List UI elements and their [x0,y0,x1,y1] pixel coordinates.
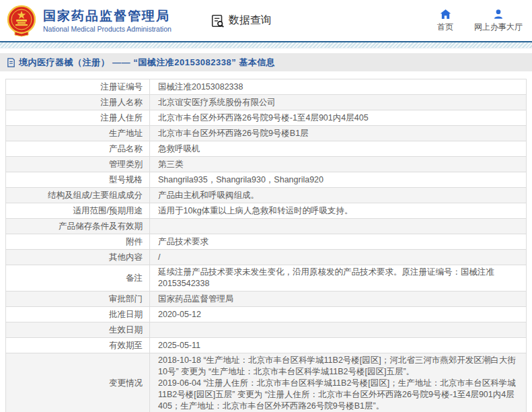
table-row: 产品名称急救呼吸机 [6,141,526,157]
table-row: 型号规格Shangrila935，Shangrila930，Shangrila9… [6,172,526,188]
national-emblem-logo [5,5,38,37]
row-label-cell: 结构及组成/主要组成成分 [6,188,150,203]
row-value: 国械注准20153082338 [158,81,519,93]
row-value: 延续注册产品技术要求未发生变化，沿用原核发的产品技术要求。原注册证编号：国械注准… [158,267,519,289]
nav-item-service-hall[interactable]: 网上办事大厅 [474,9,523,33]
row-label-cell: 注册人住所 [6,110,150,125]
row-value: 2020-05-12 [158,309,519,320]
row-value-line: 2019-06-04 “注册人住所：北京市丰台区科学城11B2号楼[园区]；生产… [158,378,519,412]
row-label: 型号规格 [109,174,143,186]
row-value: 北京谊安医疗系统股份有限公司 [158,97,519,108]
nav-item-home[interactable]: 首页 [434,9,457,33]
site-title-en: National Medical Products Administration [43,24,172,34]
row-label: 注册人住所 [101,112,143,124]
row-value-cell: 产品由主机和呼吸阀组成。 [150,188,526,203]
data-query-label: 数据查询 [229,13,272,28]
row-label: 适用范围/预期用途 [73,205,143,217]
row-value-line: 2018-10-18 “生产地址：北京市丰台区科学城11B2号楼[园区]；河北省… [158,355,519,378]
nav-item-label: 首页 [437,22,453,33]
table-row: 注册人住所北京市丰台区外环西路26号院9号楼-1至4层901内4层405 [6,110,526,126]
nav-item-label: 网上办事大厅 [474,22,523,33]
row-label: 有效期至 [109,340,143,351]
row-value-cell: 2025-05-11 [150,338,526,353]
row-label-cell: 变更情况 [6,353,150,412]
row-value: Shangrila935，Shangrila930，Shangrila920 [158,174,519,186]
row-value-cell: 北京市丰台区外环西路26号院9号楼B1层 [150,126,526,141]
row-value: 适用于10kg体重以上病人急救和转运时的呼吸支持。 [158,205,519,217]
table-row: 变更情况2018-10-18 “生产地址：北京市丰台区科学城11B2号楼[园区]… [6,353,526,412]
row-value-cell: / [150,250,526,265]
row-label: 产品储存条件及有效期 [59,221,143,232]
row-label-cell: 产品储存条件及有效期 [6,219,150,234]
top-nav: 首页 网上办事大厅 [434,9,523,33]
row-value: 国家药品监督管理局 [158,294,519,305]
row-label: 结构及组成/主要组成成分 [48,190,143,201]
table-row: 有效期至2025-05-11 [6,338,526,353]
row-label: 注册人名称 [101,97,143,108]
home-icon [440,9,451,20]
row-label-cell: 适用范围/预期用途 [6,203,150,218]
page-title: 境内医疗器械（注册） —— “国械注准20153082338” 基本信息 [19,57,275,69]
row-value-cell: 国家药品监督管理局 [150,291,526,306]
table-row: 备注延续注册产品技术要求未发生变化，沿用原核发的产品技术要求。原注册证编号：国械… [6,265,526,291]
row-label-cell: 其他内容 [6,250,150,265]
row-label-cell: 型号规格 [6,172,150,187]
header: 国家药品监督管理局 National Medical Products Admi… [0,0,532,42]
table-row: 生效日期 [6,322,526,338]
row-value-cell: 产品技术要求 [150,234,526,249]
table-row: 注册证编号国械注准20153082338 [6,79,526,95]
row-value-cell: 北京谊安医疗系统股份有限公司 [150,95,526,110]
site-title-cn: 国家药品监督管理局 [43,8,172,24]
row-label-cell: 注册证编号 [6,79,150,94]
row-value-cell: 第三类 [150,157,526,172]
row-value-cell: 2020-05-12 [150,307,526,322]
row-value: 2025-05-11 [158,340,519,351]
data-query-nav[interactable]: 数据查询 [211,13,272,28]
row-label: 管理类别 [109,159,143,170]
row-label-cell: 生产地址 [6,126,150,141]
row-value: 产品技术要求 [158,236,519,248]
row-label-cell: 管理类别 [6,157,150,172]
table-row: 结构及组成/主要组成成分产品由主机和呼吸阀组成。 [6,188,526,203]
row-label: 生产地址 [109,128,143,139]
document-icon [7,58,15,67]
table-row: 生产地址北京市丰台区外环西路26号院9号楼B1层 [6,126,526,141]
row-label-cell: 批准日期 [6,307,150,322]
row-value-cell: 急救呼吸机 [150,141,526,156]
table-row: 管理类别第三类 [6,157,526,172]
row-value: 急救呼吸机 [158,143,519,155]
row-label: 审批部门 [109,294,143,305]
row-label-cell: 备注 [6,265,150,291]
site-title: 国家药品监督管理局 National Medical Products Admi… [43,8,172,34]
row-label: 生效日期 [109,324,143,336]
row-label-cell: 注册人名称 [6,95,150,110]
info-table: 注册证编号国械注准20153082338注册人名称北京谊安医疗系统股份有限公司注… [5,79,527,412]
table-row: 批准日期2020-05-12 [6,307,526,322]
person-icon [493,9,504,20]
table-row: 适用范围/预期用途适用于10kg体重以上病人急救和转运时的呼吸支持。 [6,203,526,219]
row-value-cell: 2018-10-18 “生产地址：北京市丰台区科学城11B2号楼[园区]；河北省… [150,353,526,412]
row-value-cell: 国械注准20153082338 [150,79,526,94]
row-value-cell: 延续注册产品技术要求未发生变化，沿用原核发的产品技术要求。原注册证编号：国械注准… [150,265,526,291]
row-value-cell [150,219,526,234]
row-label: 批准日期 [109,309,143,320]
row-value: 产品由主机和呼吸阀组成。 [158,190,519,201]
document-search-icon [211,13,225,28]
row-label-cell: 审批部门 [6,291,150,306]
row-label: 产品名称 [109,143,143,155]
table-row: 其他内容/ [6,250,526,265]
table-row: 审批部门国家药品监督管理局 [6,291,526,307]
breadcrumb: 境内医疗器械（注册） —— “国械注准20153082338” 基本信息 [0,53,532,71]
row-value: / [158,252,519,263]
row-label-cell: 产品名称 [6,141,150,156]
row-value: 北京市丰台区外环西路26号院9号楼B1层 [158,128,519,139]
row-value-cell: Shangrila935，Shangrila930，Shangrila920 [150,172,526,187]
row-value-cell: 适用于10kg体重以上病人急救和转运时的呼吸支持。 [150,203,526,218]
table-row: 注册人名称北京谊安医疗系统股份有限公司 [6,95,526,110]
row-label: 备注 [126,273,143,284]
decorative-hatch-band [0,42,532,48]
row-value: 北京市丰台区外环西路26号院9号楼-1至4层901内4层405 [158,112,519,124]
row-label: 变更情况 [109,378,143,389]
row-value: 第三类 [158,159,519,170]
table-row: 附件产品技术要求 [6,234,526,250]
